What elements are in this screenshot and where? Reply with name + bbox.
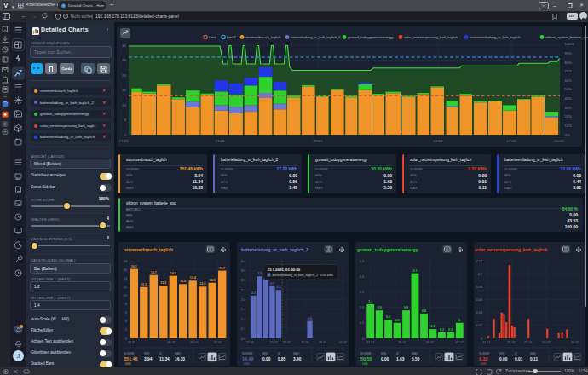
svg-text:J: J xyxy=(17,352,20,358)
